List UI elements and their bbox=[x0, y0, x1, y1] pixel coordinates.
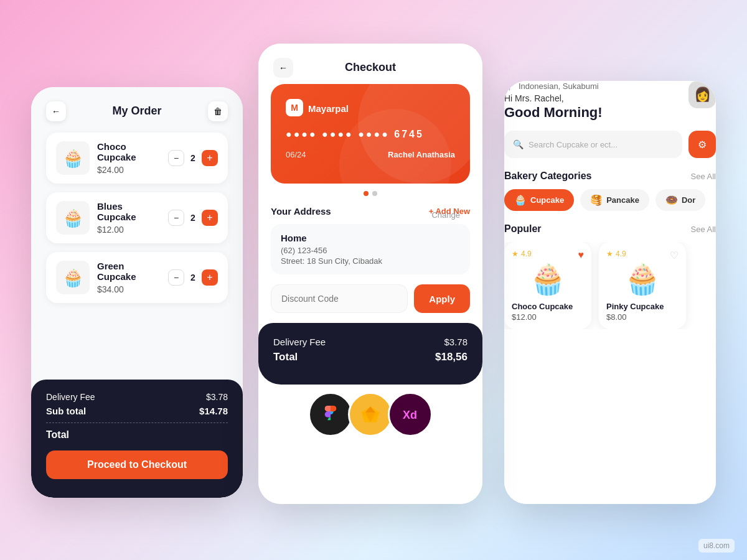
qty-plus-button[interactable]: + bbox=[202, 210, 218, 226]
item-quantity: − 2 + bbox=[168, 210, 218, 226]
item-name: Blues Cupcake bbox=[97, 201, 161, 222]
product-card: ★ 4.9 ♥ 🧁 Choco Cupcake $12.00 bbox=[504, 242, 591, 329]
search-box[interactable]: 🔍 Search Cupcake or ect... bbox=[504, 131, 682, 158]
address-label: Your Address bbox=[271, 206, 331, 217]
checkout-total-label: Total bbox=[273, 351, 298, 363]
sketch-icon[interactable] bbox=[348, 392, 393, 437]
item-price: $34.00 bbox=[97, 284, 161, 294]
category-donut-button[interactable]: 🍩 Dor bbox=[655, 189, 705, 211]
address-type: Home bbox=[281, 233, 307, 243]
category-cupcake-button[interactable]: 🧁 Cupcake bbox=[504, 189, 574, 211]
total-label: Total bbox=[46, 429, 69, 441]
qty-minus-button[interactable]: − bbox=[168, 150, 184, 166]
summary-divider bbox=[46, 422, 228, 423]
order-summary-bar: Delivery Fee $3.78 Sub total $14.78 Tota… bbox=[31, 380, 243, 498]
proceed-checkout-button[interactable]: Proceed to Checkout bbox=[46, 450, 228, 479]
product-image: 🧁 bbox=[512, 262, 584, 297]
checkout-delivery-label: Delivery Fee bbox=[273, 337, 326, 347]
order-item: 🧁 Choco Cupcake $24.00 − 2 + bbox=[46, 133, 228, 184]
qty-minus-button[interactable]: − bbox=[168, 210, 184, 226]
address-phone: (62) 123-456 bbox=[281, 246, 460, 255]
order-title: My Order bbox=[112, 105, 161, 118]
home-top: 📍 Indonesian, Sukabumi Hi Mrs. Rachel, G… bbox=[504, 81, 716, 121]
location-text: Indonesian, Sukabumi bbox=[519, 82, 599, 91]
delivery-fee-row: Delivery Fee $3.78 bbox=[46, 392, 228, 402]
heart-button[interactable]: ♥ bbox=[578, 250, 585, 261]
checkout-title: Checkout bbox=[345, 61, 396, 74]
address-street: Street: 18 Sun City, Cibadak bbox=[281, 256, 460, 266]
checkout-back-button[interactable]: ← bbox=[273, 58, 293, 78]
cupcake-emoji: 🧁 bbox=[514, 194, 527, 206]
product-name: Pinky Cupcake bbox=[606, 302, 679, 311]
product-image: 🧁 bbox=[606, 262, 679, 297]
filter-button[interactable]: ⚙ bbox=[688, 131, 716, 158]
dot-active[interactable] bbox=[364, 191, 369, 196]
trash-button[interactable]: 🗑 bbox=[208, 101, 228, 121]
location-row: 📍 Indonesian, Sukabumi bbox=[504, 81, 603, 91]
watermark: ui8.com bbox=[698, 539, 735, 553]
item-image: 🧁 bbox=[56, 141, 90, 175]
checkout-delivery-value: $3.78 bbox=[444, 337, 467, 347]
checkout-footer: Delivery Fee $3.78 Total $18,56 bbox=[258, 323, 482, 385]
pancake-emoji: 🥞 bbox=[590, 194, 603, 206]
avatar-notification-dot bbox=[710, 81, 716, 87]
change-address-link[interactable]: Change bbox=[431, 210, 460, 220]
adobe-xd-icon[interactable]: Xd bbox=[388, 392, 433, 437]
discount-row: Apply bbox=[271, 284, 470, 313]
greeting-name: Hi Mrs. Rachel, bbox=[504, 93, 603, 103]
location-icon: 📍 bbox=[504, 81, 515, 91]
dot-inactive[interactable] bbox=[372, 191, 377, 196]
popular-header: Populer See All bbox=[504, 223, 716, 235]
subtotal-value: $14.78 bbox=[199, 406, 228, 416]
donut-emoji: 🍩 bbox=[665, 194, 678, 206]
order-item: 🧁 Blues Cupcake $12.00 − 2 + bbox=[46, 192, 228, 243]
products-row: ★ 4.9 ♥ 🧁 Choco Cupcake $12.00 ★ 4.9 ♡ 🧁… bbox=[504, 242, 716, 329]
apply-button[interactable]: Apply bbox=[414, 284, 470, 313]
delivery-value: $3.78 bbox=[206, 392, 228, 402]
qty-number: 2 bbox=[189, 213, 197, 223]
back-button[interactable]: ← bbox=[46, 101, 66, 121]
figma-icon[interactable] bbox=[308, 392, 353, 437]
categories-row: 🧁 Cupcake 🥞 Pancake 🍩 Dor bbox=[504, 189, 716, 211]
order-item: 🧁 Green Cupcake $34.00 − 2 + bbox=[46, 252, 228, 303]
qty-plus-button[interactable]: + bbox=[202, 269, 218, 286]
search-placeholder-text: Search Cupcake or ect... bbox=[529, 140, 618, 149]
item-quantity: − 2 + bbox=[168, 150, 218, 166]
card-logo: M bbox=[286, 99, 303, 116]
discount-code-input[interactable] bbox=[271, 284, 408, 313]
card-container: M Mayarpal ●●●● ●●●● ●●●● 6745 06/24 Rac… bbox=[258, 84, 482, 184]
search-icon: 🔍 bbox=[513, 139, 524, 149]
qty-minus-button[interactable]: − bbox=[168, 269, 184, 286]
categories-label: Bakery Categories bbox=[504, 170, 592, 182]
star-icon: ★ bbox=[512, 250, 519, 258]
subtotal-row: Sub total $14.78 bbox=[46, 406, 228, 416]
see-all-categories[interactable]: See All bbox=[691, 172, 716, 181]
total-row: Total bbox=[46, 429, 228, 441]
greeting-text: Good Morning! bbox=[504, 105, 603, 121]
popular-label: Populer bbox=[504, 223, 542, 235]
checkout-total-value: $18,56 bbox=[435, 351, 467, 363]
donut-label: Dor bbox=[682, 195, 695, 205]
see-all-popular[interactable]: See All bbox=[691, 225, 716, 234]
card-name: Mayarpal bbox=[308, 103, 349, 114]
checkout-delivery-row: Delivery Fee $3.78 bbox=[273, 337, 467, 347]
rating-value: 4.9 bbox=[521, 250, 532, 258]
qty-plus-button[interactable]: + bbox=[202, 150, 218, 166]
item-quantity: − 2 + bbox=[168, 269, 218, 286]
credit-card[interactable]: M Mayarpal ●●●● ●●●● ●●●● 6745 06/24 Rac… bbox=[271, 84, 470, 184]
product-rating: ★ 4.9 bbox=[512, 250, 584, 258]
product-price: $8.00 bbox=[606, 312, 679, 322]
right-phone: 📍 Indonesian, Sukabumi Hi Mrs. Rachel, G… bbox=[504, 81, 716, 504]
order-header: ← My Order 🗑 bbox=[46, 105, 228, 118]
item-name: Green Cupcake bbox=[97, 261, 161, 282]
qty-number: 2 bbox=[189, 153, 197, 163]
item-price: $24.00 bbox=[97, 165, 161, 175]
order-items-list: 🧁 Choco Cupcake $24.00 − 2 + 🧁 Blues Cup… bbox=[46, 133, 228, 303]
card-pagination bbox=[258, 191, 482, 196]
heart-button[interactable]: ♡ bbox=[670, 250, 679, 261]
delivery-label: Delivery Fee bbox=[46, 392, 95, 402]
category-pancake-button[interactable]: 🥞 Pancake bbox=[580, 189, 649, 211]
checkout-header: ← Checkout bbox=[258, 44, 482, 84]
product-rating: ★ 4.9 bbox=[606, 250, 679, 258]
item-info: Green Cupcake $34.00 bbox=[97, 261, 161, 294]
